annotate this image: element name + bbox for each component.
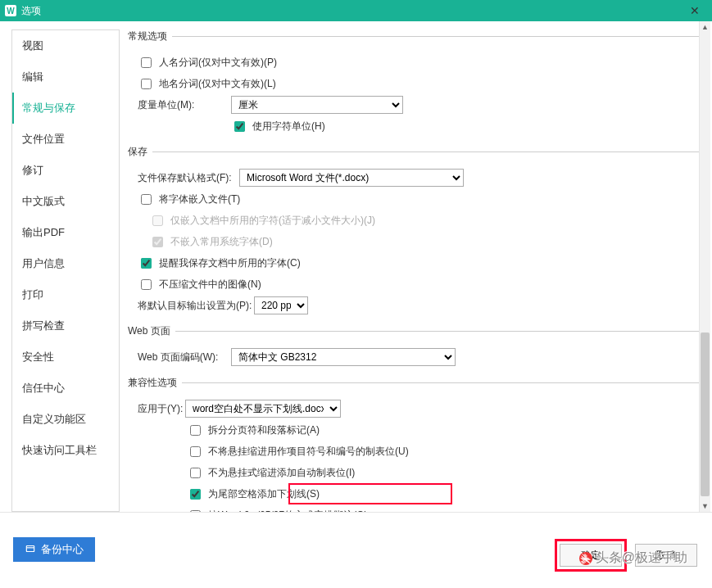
sidebar-item-custom-ribbon[interactable]: 自定义功能区	[12, 404, 119, 435]
apply-select[interactable]: word空白处不显示下划线.docx	[185, 400, 341, 418]
format-select[interactable]: Microsoft Word 文件(*.docx)	[239, 169, 464, 187]
checkbox-embed-fonts[interactable]: 将字体嵌入文件(T)	[138, 192, 240, 207]
backup-icon	[25, 543, 36, 557]
app-icon: W	[5, 5, 16, 16]
group-general: 常规选项 人名分词(仅对中文有效)(P) 地名分词(仅对中文有效)(L) 度量单…	[128, 29, 699, 138]
group-web-legend: Web 页面	[128, 324, 175, 338]
checkbox-remind-fonts[interactable]: 提醒我保存文档中所用的字体(C)	[138, 256, 301, 271]
checkbox-split-break[interactable]: 拆分分页符和段落标记(A)	[187, 423, 320, 438]
sidebar-item-spellcheck[interactable]: 拼写检查	[12, 310, 119, 341]
ppi-label: 将默认目标输出设置为(P):	[138, 299, 254, 313]
sidebar-item-user-info[interactable]: 用户信息	[12, 248, 119, 279]
content-panel: 常规选项 人名分词(仅对中文有效)(P) 地名分词(仅对中文有效)(L) 度量单…	[120, 21, 712, 512]
encoding-label: Web 页面编码(W):	[138, 351, 226, 364]
cancel-button[interactable]: 取消	[635, 544, 697, 567]
sidebar-item-security[interactable]: 安全性	[12, 341, 119, 373]
sidebar-item-view[interactable]: 视图	[12, 30, 119, 61]
unit-select[interactable]: 厘米	[231, 96, 403, 114]
group-web: Web 页面 Web 页面编码(W): 简体中文 GB2312	[128, 324, 699, 369]
scrollbar-vertical[interactable]: ▲ ▼	[699, 21, 710, 512]
checkbox-char-unit[interactable]: 使用字符单位(H)	[231, 119, 325, 134]
unit-label: 度量单位(M):	[138, 98, 226, 112]
tutorial-highlight-ok: 确定	[555, 539, 627, 572]
close-icon[interactable]: ✕	[683, 4, 707, 17]
sidebar-item-trust-center[interactable]: 信任中心	[12, 373, 119, 404]
window-title: 选项	[21, 4, 683, 18]
sidebar-item-print[interactable]: 打印	[12, 279, 119, 310]
title-bar: W 选项 ✕	[0, 0, 712, 21]
group-save: 保存 文件保存默认格式(F): Microsoft Word 文件(*.docx…	[128, 145, 699, 318]
sidebar-item-chinese-layout[interactable]: 中文版式	[12, 186, 119, 217]
checkbox-no-embed-sys: 不嵌入常用系统字体(D)	[149, 234, 273, 250]
sidebar-item-edit[interactable]: 编辑	[12, 61, 119, 93]
scroll-up-icon[interactable]: ▲	[700, 21, 710, 33]
sidebar-item-quick-access[interactable]: 快速访问工具栏	[12, 435, 119, 466]
footer: 备份中心 确定 取消	[0, 513, 712, 586]
svg-rect-0	[26, 545, 34, 551]
ok-button[interactable]: 确定	[560, 544, 622, 567]
group-general-legend: 常规选项	[128, 29, 172, 43]
checkbox-name-seg[interactable]: 人名分词(仅对中文有效)(P)	[138, 55, 277, 70]
sidebar-item-file-location[interactable]: 文件位置	[12, 124, 119, 155]
checkbox-trailing-underline[interactable]: 为尾部空格添加下划线(S)	[187, 486, 320, 502]
checkbox-embed-used-only: 仅嵌入文档中所用的字符(适于减小文件大小)(J)	[149, 213, 375, 228]
group-compat-legend: 兼容性选项	[128, 376, 182, 390]
group-save-legend: 保存	[128, 145, 152, 159]
backup-center-button[interactable]: 备份中心	[13, 537, 95, 562]
checkbox-word6-footnote[interactable]: 按Word 6.x/95/97的方式安排脚注(O)	[187, 508, 367, 513]
checkbox-no-compress-img[interactable]: 不压缩文件中的图像(N)	[138, 277, 261, 292]
group-compat: 兼容性选项 应用于(Y): word空白处不显示下划线.docx 拆分分页符和段…	[128, 376, 699, 512]
apply-label: 应用于(Y):	[138, 402, 185, 416]
ppi-select[interactable]: 220 ppi	[254, 296, 308, 314]
scroll-thumb[interactable]	[701, 332, 710, 496]
checkbox-place-seg[interactable]: 地名分词(仅对中文有效)(L)	[138, 76, 276, 92]
sidebar: 视图 编辑 常规与保存 文件位置 修订 中文版式 输出PDF 用户信息 打印 拼…	[11, 29, 120, 512]
encoding-select[interactable]: 简体中文 GB2312	[231, 348, 456, 366]
sidebar-item-general-save[interactable]: 常规与保存	[12, 93, 119, 124]
checkbox-hang-indent[interactable]: 不将悬挂缩进用作项目符号和编号的制表位(U)	[187, 444, 409, 459]
sidebar-item-output-pdf[interactable]: 输出PDF	[12, 217, 119, 248]
scroll-down-icon[interactable]: ▼	[700, 500, 710, 512]
format-label: 文件保存默认格式(F):	[138, 171, 234, 185]
checkbox-auto-tab[interactable]: 不为悬挂式缩进添加自动制表位(I)	[187, 465, 355, 481]
sidebar-item-revision[interactable]: 修订	[12, 155, 119, 186]
